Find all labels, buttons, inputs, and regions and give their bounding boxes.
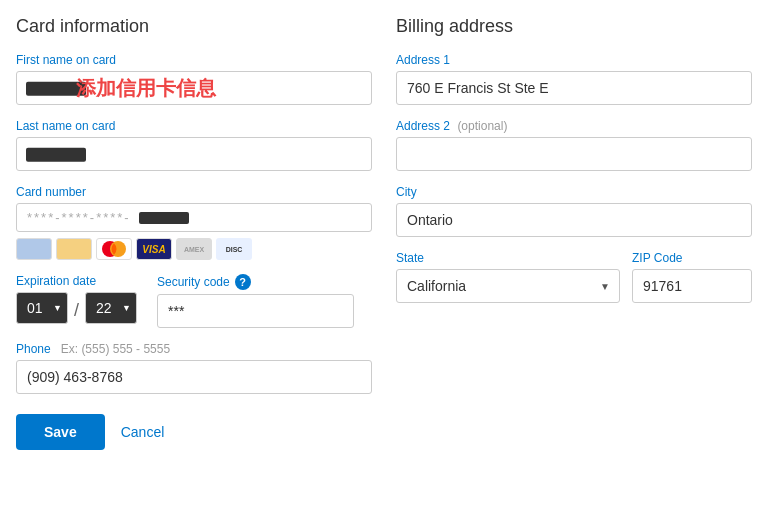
address1-input[interactable] bbox=[396, 71, 752, 105]
cancel-button[interactable]: Cancel bbox=[121, 414, 165, 450]
address1-label: Address 1 bbox=[396, 53, 752, 67]
first-name-label: First name on card bbox=[16, 53, 372, 67]
phone-label: Phone bbox=[16, 342, 51, 356]
card-number-field[interactable]: ****-****-****- bbox=[16, 203, 372, 232]
last-name-label: Last name on card bbox=[16, 119, 372, 133]
state-select-wrap: California Alabama Alaska Arizona Arkans… bbox=[396, 269, 620, 303]
card-number-label: Card number bbox=[16, 185, 372, 199]
card-icon-2 bbox=[56, 238, 92, 260]
mastercard-icon bbox=[96, 238, 132, 260]
last-name-group: Last name on card bbox=[16, 119, 372, 171]
expiry-security-row: Expiration date 01 02 03 04 05 06 07 08 … bbox=[16, 274, 372, 328]
card-icon-5: AMEX bbox=[176, 238, 212, 260]
first-name-input-wrap: 添加信用卡信息 bbox=[16, 71, 372, 105]
address2-input[interactable] bbox=[396, 137, 752, 171]
phone-label-row: Phone Ex: (555) 555 - 5555 bbox=[16, 342, 372, 356]
buttons-row: Save Cancel bbox=[16, 414, 372, 450]
card-icons-row: VISA AMEX DISC bbox=[16, 238, 372, 260]
expiry-year-select[interactable]: 22 23 24 25 26 bbox=[85, 292, 137, 324]
security-group: Security code ? bbox=[157, 274, 354, 328]
phone-input[interactable] bbox=[16, 360, 372, 394]
expiry-month-wrap: 01 02 03 04 05 06 07 08 09 10 11 12 bbox=[16, 292, 68, 324]
card-icon-1 bbox=[16, 238, 52, 260]
state-label: State bbox=[396, 251, 620, 265]
billing-section-title: Billing address bbox=[396, 16, 752, 37]
security-label-row: Security code ? bbox=[157, 274, 354, 290]
zip-input[interactable] bbox=[632, 269, 752, 303]
address2-group: Address 2 (optional) bbox=[396, 119, 752, 171]
expiry-year-wrap: 22 23 24 25 26 bbox=[85, 292, 137, 324]
security-help-icon[interactable]: ? bbox=[235, 274, 251, 290]
card-number-last-masked bbox=[139, 212, 189, 224]
expiry-group: Expiration date 01 02 03 04 05 06 07 08 … bbox=[16, 274, 137, 324]
phone-group: Phone Ex: (555) 555 - 5555 bbox=[16, 342, 372, 394]
discover-icon: DISC bbox=[216, 238, 252, 260]
first-name-input[interactable] bbox=[16, 71, 372, 105]
state-group: State California Alabama Alaska Arizona … bbox=[396, 251, 620, 303]
billing-address-panel: Billing address Address 1 Address 2 (opt… bbox=[396, 16, 752, 450]
last-name-input[interactable] bbox=[16, 137, 372, 171]
city-label: City bbox=[396, 185, 752, 199]
phone-example: Ex: (555) 555 - 5555 bbox=[61, 342, 170, 356]
main-container: Card information First name on card 添加信用… bbox=[16, 16, 752, 450]
first-name-group: First name on card 添加信用卡信息 bbox=[16, 53, 372, 105]
zip-label: ZIP Code bbox=[632, 251, 752, 265]
state-select[interactable]: California Alabama Alaska Arizona Arkans… bbox=[396, 269, 620, 303]
card-number-mask: ****-****-****- bbox=[27, 210, 131, 225]
save-button[interactable]: Save bbox=[16, 414, 105, 450]
visa-icon: VISA bbox=[136, 238, 172, 260]
address1-group: Address 1 bbox=[396, 53, 752, 105]
expiry-selects: 01 02 03 04 05 06 07 08 09 10 11 12 bbox=[16, 292, 137, 324]
card-number-group: Card number ****-****-****- VISA AMEX bbox=[16, 185, 372, 260]
security-label: Security code bbox=[157, 275, 230, 289]
zip-group: ZIP Code bbox=[632, 251, 752, 303]
expiry-separator: / bbox=[74, 301, 79, 319]
city-group: City bbox=[396, 185, 752, 237]
expiry-label: Expiration date bbox=[16, 274, 137, 288]
expiry-month-select[interactable]: 01 02 03 04 05 06 07 08 09 10 11 12 bbox=[16, 292, 68, 324]
state-zip-row: State California Alabama Alaska Arizona … bbox=[396, 251, 752, 303]
card-information-panel: Card information First name on card 添加信用… bbox=[16, 16, 372, 450]
address2-label: Address 2 (optional) bbox=[396, 119, 752, 133]
security-code-input[interactable] bbox=[157, 294, 354, 328]
city-input[interactable] bbox=[396, 203, 752, 237]
card-section-title: Card information bbox=[16, 16, 372, 37]
